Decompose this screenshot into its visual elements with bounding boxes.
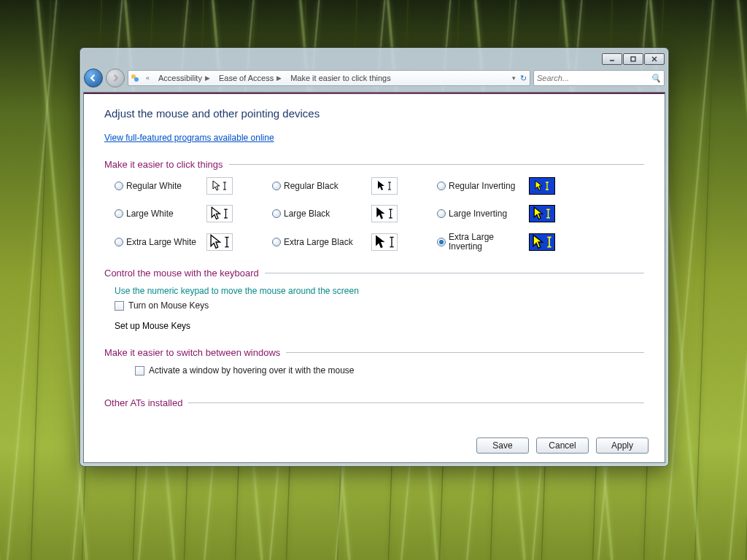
- chevron-left-icon: «: [146, 74, 150, 82]
- close-button[interactable]: [644, 53, 665, 65]
- radio-large-black[interactable]: [272, 209, 281, 218]
- label-xlarge-black: Extra Large Black: [284, 237, 371, 247]
- cursor-sample-regular-black: [371, 177, 398, 195]
- breadcrumb-seg-accessibility[interactable]: Accessibility▶: [154, 71, 214, 85]
- back-button[interactable]: [84, 69, 103, 88]
- page-title: Adjust the mouse and other pointing devi…: [104, 107, 644, 120]
- address-bar[interactable]: « Accessibility▶ Ease of Access▶ Make it…: [128, 70, 530, 86]
- section-switch: Make it easier to switch between windows: [104, 347, 644, 358]
- label-large-white: Large White: [126, 209, 206, 219]
- cursor-sample-regular-white: [206, 177, 233, 195]
- search-box[interactable]: 🔍: [533, 70, 665, 86]
- cursor-sample-large-inverting: [529, 205, 555, 222]
- radio-xlarge-inverting[interactable]: [437, 238, 446, 246]
- forward-button[interactable]: [106, 69, 125, 88]
- radio-xlarge-white[interactable]: [115, 238, 123, 246]
- titlebar: [80, 48, 668, 67]
- label-hover-activate: Activate a window by hovering over it wi…: [149, 365, 354, 376]
- online-programs-link[interactable]: View full-featured programs available on…: [104, 133, 274, 143]
- label-xlarge-inverting: Extra Large Inverting: [449, 233, 529, 252]
- label-regular-white: Regular White: [126, 181, 206, 191]
- section-keyboard: Control the mouse with the keyboard: [104, 268, 644, 279]
- label-large-inverting: Large Inverting: [449, 209, 529, 219]
- mouse-keys-desc: Use the numeric keypad to move the mouse…: [115, 286, 644, 296]
- checkbox-hover-activate[interactable]: [135, 366, 144, 376]
- cursor-sample-large-black: [371, 205, 398, 222]
- section-other-ats: Other ATs installed: [104, 397, 644, 408]
- label-regular-inverting: Regular Inverting: [449, 181, 529, 191]
- breadcrumb-seg-current[interactable]: Make it easier to click things: [286, 71, 395, 85]
- apply-button[interactable]: Apply: [596, 438, 649, 454]
- cursor-sample-xlarge-inverting: [529, 233, 555, 251]
- checkbox-mouse-keys[interactable]: [115, 301, 124, 311]
- chevron-right-icon: ▶: [205, 74, 210, 82]
- chevron-right-icon: ▶: [276, 74, 282, 82]
- search-input[interactable]: [537, 74, 651, 82]
- maximize-button[interactable]: [623, 53, 643, 65]
- cursor-sample-xlarge-white: [206, 233, 233, 251]
- search-icon[interactable]: 🔍: [651, 74, 661, 83]
- radio-regular-inverting[interactable]: [437, 182, 446, 190]
- radio-regular-white[interactable]: [115, 182, 123, 190]
- radio-regular-black[interactable]: [272, 182, 281, 190]
- section-pointers: Make it easier to click things: [104, 159, 644, 170]
- dropdown-icon[interactable]: ▾: [512, 74, 516, 82]
- breadcrumb-overflow[interactable]: «: [142, 71, 154, 85]
- radio-xlarge-black[interactable]: [272, 238, 281, 246]
- pointer-grid: Regular White Regular Black Regular Inve…: [115, 177, 644, 252]
- label-regular-black: Regular Black: [284, 181, 371, 191]
- minimize-button[interactable]: [602, 53, 622, 65]
- radio-large-white[interactable]: [115, 209, 123, 218]
- footer-buttons: Save Cancel Apply: [476, 438, 649, 454]
- label-large-black: Large Black: [284, 209, 371, 219]
- label-xlarge-white: Extra Large White: [126, 237, 206, 247]
- window: « Accessibility▶ Ease of Access▶ Make it…: [80, 47, 669, 467]
- cursor-sample-xlarge-black: [371, 233, 398, 251]
- setup-mouse-keys-link[interactable]: Set up Mouse Keys: [115, 321, 644, 331]
- refresh-button[interactable]: ↻: [520, 74, 527, 83]
- svg-rect-1: [631, 57, 635, 61]
- content-frame: Adjust the mouse and other pointing devi…: [83, 92, 665, 463]
- label-mouse-keys: Turn on Mouse Keys: [128, 300, 209, 311]
- cursor-sample-regular-inverting: [529, 177, 555, 195]
- cancel-button[interactable]: Cancel: [536, 438, 589, 454]
- cursor-sample-large-white: [206, 205, 233, 222]
- navbar: « Accessibility▶ Ease of Access▶ Make it…: [84, 67, 665, 89]
- radio-large-inverting[interactable]: [437, 209, 446, 218]
- location-icon: [128, 73, 142, 83]
- breadcrumb-seg-ease-of-access[interactable]: Ease of Access▶: [214, 71, 286, 85]
- svg-point-5: [134, 77, 139, 82]
- save-button[interactable]: Save: [476, 438, 529, 454]
